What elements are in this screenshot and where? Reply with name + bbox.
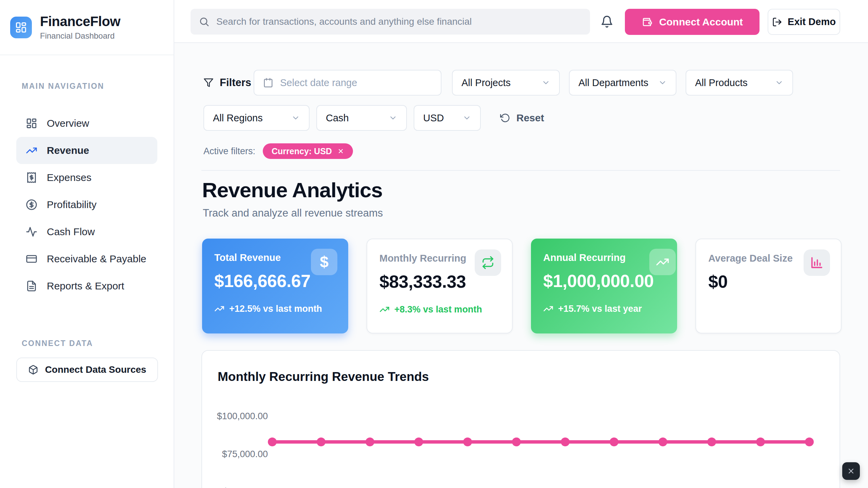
regions-select-value: All Regions [213,113,263,124]
sidebar-item-revenue[interactable]: Revenue [16,137,157,164]
chart-point[interactable] [414,438,423,446]
connect-data-sources-label: Connect Data Sources [45,364,146,375]
sidebar-item-expenses[interactable]: Expenses [16,164,157,191]
active-filters-label: Active filters: [203,146,255,157]
stat-trend: +8.3% vs last month [379,303,500,316]
rotate-ccw-icon [500,113,510,123]
sidebar-item-label: Reports & Export [47,280,124,292]
chevron-down-icon [389,114,397,122]
circle-dollar-icon [26,199,37,210]
chevron-down-icon [462,114,471,122]
trending-up-icon [656,255,669,269]
trending-up-icon [543,304,553,314]
dollar-sign-icon: $ [320,253,329,271]
close-icon [847,467,855,475]
wallet-icon [642,17,652,27]
active-filter-chip[interactable]: Currency: USD [263,143,353,159]
account-type-select[interactable]: Cash [316,105,407,131]
sidebar-item-label: Receivable & Payable [47,253,146,265]
currency-select[interactable]: USD [414,105,481,131]
chart-point[interactable] [463,438,472,446]
chart-point[interactable] [805,438,814,446]
sidebar-item-overview[interactable]: Overview [16,110,157,137]
main-content: Filters Select date range All Projects A… [174,43,868,488]
chart-point[interactable] [756,438,765,446]
products-select[interactable]: All Products [686,70,793,96]
chevron-down-icon [541,78,550,87]
sidebar-item-cash-flow[interactable]: Cash Flow [16,218,157,245]
chart-point[interactable] [268,438,277,446]
reset-filters-button[interactable]: Reset [500,105,544,131]
sidebar-item-label: Profitability [47,199,97,210]
sidebar-item-reports-export[interactable]: Reports & Export [16,272,157,300]
chart-point[interactable] [707,438,716,446]
bell-icon [600,15,613,28]
stat-card-total-revenue: Total Revenue $166,666.67 +12.5% vs last… [202,239,348,333]
stat-title: Annual Recurring [543,252,665,263]
stat-icon-badge [804,249,830,276]
trending-up-icon [26,145,37,156]
app-title: FinanceFlow [40,14,120,29]
sidebar-item-label: Overview [47,118,89,129]
stat-trend: +15.7% vs last year [543,303,665,315]
nav-section-heading: MAIN NAVIGATION [22,82,174,91]
stat-cards-row: Total Revenue $166,666.67 +12.5% vs last… [202,239,842,333]
departments-select-value: All Departments [578,77,648,88]
trending-up-icon [214,304,224,314]
chevron-down-icon [658,78,667,87]
calendar-icon [263,78,273,88]
departments-select[interactable]: All Departments [569,70,676,96]
page-subtitle: Track and analyze all revenue streams [203,207,383,219]
activity-icon [26,226,37,238]
app-tagline: Financial Dashboard [40,31,120,41]
repeat-icon [481,256,494,269]
chart-point[interactable] [512,438,521,446]
sidebar-item-label: Expenses [47,172,92,183]
stat-card-average-deal-size: Average Deal Size $0 [695,239,842,333]
sidebar-item-receivable-payable[interactable]: Receivable & Payable [16,245,157,272]
file-text-icon [26,280,37,292]
mrr-trends-chart-card: Monthly Recurring Revenue Trends $100,00… [201,350,840,488]
regions-select[interactable]: All Regions [203,105,310,131]
stat-card-annual-recurring: Annual Recurring $1,000,000.00 +15.7% vs… [531,239,677,333]
chart-point[interactable] [658,438,667,446]
notifications-button[interactable] [600,15,614,28]
brand: FinanceFlow Financial Dashboard [0,0,174,55]
chart-point[interactable] [610,438,618,446]
sidebar-item-label: Cash Flow [47,226,95,238]
y-axis-tick: $100,000.00 [202,411,268,422]
currency-select-value: USD [423,113,444,124]
date-range-placeholder: Select date range [280,77,357,88]
exit-demo-button[interactable]: Exit Demo [768,9,840,35]
stat-value: $1,000,000.00 [543,271,665,291]
chart-point[interactable] [366,438,374,446]
chart-plot-area: $100,000.00 $75,000.00 $ [202,351,840,488]
main-navigation: Overview Revenue Expenses Profitability … [16,110,157,300]
chart-point[interactable] [317,438,326,446]
credit-card-icon [26,253,37,265]
projects-select-value: All Projects [461,77,511,88]
chart-point[interactable] [561,438,570,446]
account-type-select-value: Cash [326,113,349,124]
global-search [191,9,590,35]
connect-account-label: Connect Account [659,16,743,28]
log-out-icon [772,17,782,27]
stat-icon-badge: $ [311,249,337,275]
remove-filter-icon[interactable] [337,148,344,155]
sidebar-item-profitability[interactable]: Profitability [16,191,157,218]
close-overlay-button[interactable] [842,462,860,480]
date-range-input[interactable]: Select date range [254,70,441,96]
page-title: Revenue Analytics [202,178,382,202]
package-icon [28,365,38,375]
connect-section-heading: CONNECT DATA [22,339,174,348]
bar-chart-icon [810,256,823,269]
search-input[interactable] [216,16,582,27]
sidebar: FinanceFlow Financial Dashboard MAIN NAV… [0,0,174,488]
receipt-icon [26,172,37,183]
chart-line [272,440,809,444]
exit-demo-label: Exit Demo [788,16,836,27]
chevron-down-icon [775,78,784,87]
connect-data-sources-button[interactable]: Connect Data Sources [16,358,158,382]
projects-select[interactable]: All Projects [452,70,560,96]
connect-account-button[interactable]: Connect Account [625,9,760,35]
